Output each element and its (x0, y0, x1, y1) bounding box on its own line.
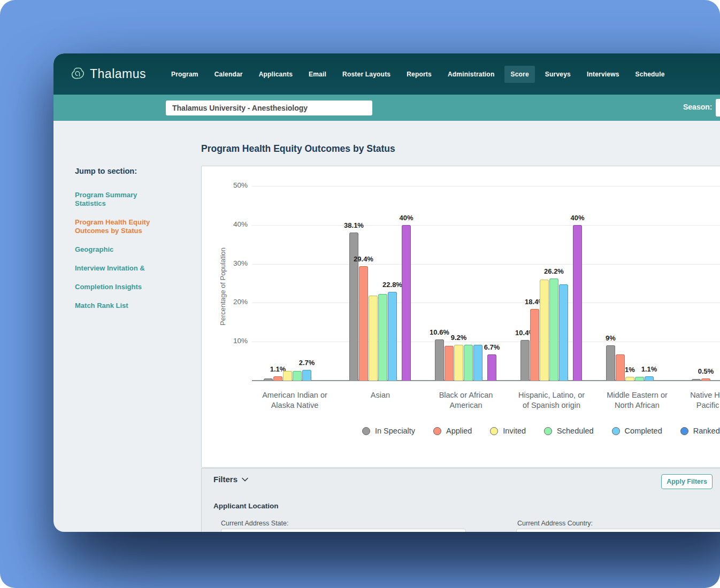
sidebar-heading: Jump to section: (75, 167, 185, 175)
bar-completed[interactable]: 2.7% (302, 370, 311, 381)
background-frame: Thalamus ProgramCalendarApplicantsEmailR… (0, 0, 720, 588)
bar-value-label: 10.6% (430, 328, 449, 336)
bar-value-label: 9.2% (451, 334, 467, 342)
bar-in-specialty[interactable]: 9% (606, 345, 615, 381)
nav-item-score[interactable]: Score (504, 66, 534, 83)
bar-value-label: 40% (399, 214, 413, 222)
address-state-label: Current Address State: (221, 520, 288, 527)
apply-filters-button[interactable]: Apply Filters (661, 474, 713, 489)
nav-item-roster-layouts[interactable]: Roster Layouts (336, 66, 396, 83)
legend-dot (612, 427, 620, 435)
bar-scheduled[interactable] (378, 294, 387, 381)
address-country-label: Current Address Country: (517, 520, 593, 527)
bar-purple[interactable]: 40% (573, 225, 582, 381)
legend-label: Ranked (693, 427, 720, 435)
address-country-input[interactable] (516, 529, 720, 532)
nav-item-program[interactable]: Program (165, 66, 204, 83)
nav-item-calendar[interactable]: Calendar (209, 66, 249, 83)
filters-title-text: Filters (213, 475, 238, 484)
bar-value-label: 29.4% (354, 255, 373, 263)
thalamus-logo-icon (70, 65, 86, 83)
bar-scheduled[interactable]: 26.2% (549, 278, 558, 381)
sidebar-item-interview-invitation-[interactable]: Interview Invitation & (75, 264, 168, 273)
bar-group-1: 38.1%29.4%22.8%40% (338, 225, 423, 381)
bar-in-specialty[interactable] (692, 379, 701, 381)
legend-item-completed[interactable]: Completed (612, 427, 662, 435)
page-title: Program Health Equity Outcomes by Status (201, 143, 395, 154)
program-search-input[interactable] (166, 100, 372, 115)
bar-value-label: 6.7% (484, 343, 500, 351)
nav-item-schedule[interactable]: Schedule (630, 66, 671, 83)
category-label: Black or AfricanAmerican (420, 390, 511, 411)
legend-dot (680, 427, 688, 435)
category-label: American Indian orAlaska Native (249, 390, 340, 411)
bar-applied[interactable] (616, 354, 625, 381)
nav-item-applicants[interactable]: Applicants (253, 66, 298, 83)
filters-toggle[interactable]: Filters (213, 475, 248, 484)
legend-item-ranked[interactable]: Ranked (680, 427, 720, 435)
sidebar-item-program-health-equity-outcomes-by-status[interactable]: Program Health Equity Outcomes by Status (75, 218, 168, 235)
bar-scheduled[interactable] (464, 345, 473, 381)
filters-panel: Filters Apply Filters Applicant Location… (201, 468, 720, 532)
bar-value-label: 38.1% (344, 221, 364, 229)
legend-item-invited[interactable]: Invited (490, 427, 526, 435)
bar-value-label: 9% (606, 334, 616, 342)
sidebar-item-geographic[interactable]: Geographic (75, 245, 168, 254)
brand-name: Thalamus (90, 67, 146, 81)
address-state-input[interactable] (221, 529, 466, 532)
app-window: Thalamus ProgramCalendarApplicantsEmailR… (53, 53, 720, 532)
brand[interactable]: Thalamus (70, 65, 146, 83)
bar-scheduled[interactable] (293, 371, 302, 381)
bar-in-specialty[interactable]: 10.6% (435, 339, 444, 381)
legend-label: Scheduled (557, 427, 594, 435)
bar-applied[interactable] (445, 346, 454, 381)
bar-in-specialty[interactable]: 10.4% (520, 340, 530, 381)
bar-group-5: 0.5% (680, 378, 720, 381)
legend-dot (544, 427, 552, 435)
bar-scheduled[interactable] (635, 377, 644, 381)
bar-invited[interactable] (283, 371, 292, 381)
top-navbar: Thalamus ProgramCalendarApplicantsEmailR… (53, 53, 720, 95)
season-select[interactable] (716, 99, 720, 117)
bar-applied[interactable]: 0.5% (701, 378, 710, 381)
nav-items: ProgramCalendarApplicantsEmailRoster Lay… (165, 66, 671, 83)
chart-card: Percentage of Population 10%20%30%40%50%… (201, 166, 720, 468)
legend-item-applied[interactable]: Applied (433, 427, 472, 435)
legend-dot (433, 427, 441, 435)
bar-value-label: 2.7% (299, 359, 315, 367)
chart-legend: In SpecialtyAppliedInvitedScheduledCompl… (362, 427, 720, 435)
bar-invited[interactable] (540, 280, 549, 381)
bar-completed[interactable]: 22.8% (388, 292, 397, 381)
sidebar-links: Program Summary StatisticsProgram Health… (75, 191, 185, 310)
bar-invited[interactable]: 9.2% (454, 345, 463, 381)
bar-chart: Percentage of Population 10%20%30%40%50%… (202, 166, 720, 467)
sidebar-item-match-rank-list[interactable]: Match Rank List (75, 301, 168, 310)
bar-in-specialty[interactable] (264, 378, 273, 381)
legend-label: Applied (446, 427, 472, 435)
bar-invited[interactable]: 1% (625, 377, 634, 381)
nav-item-interviews[interactable]: Interviews (581, 66, 625, 83)
bar-invited[interactable] (369, 296, 378, 381)
legend-item-scheduled[interactable]: Scheduled (544, 427, 594, 435)
legend-label: Invited (503, 427, 526, 435)
bar-group-4: 9%1%1.1% (594, 345, 680, 381)
nav-item-reports[interactable]: Reports (401, 66, 438, 83)
nav-item-email[interactable]: Email (303, 66, 332, 83)
sidebar-item-completion-insights[interactable]: Completion Insights (75, 283, 168, 291)
bar-purple[interactable]: 6.7% (487, 354, 496, 381)
legend-dot (362, 427, 370, 435)
bar-applied[interactable]: 29.4% (359, 266, 368, 381)
bar-completed[interactable] (559, 284, 568, 381)
bar-value-label: 1.1% (641, 365, 657, 373)
legend-item-in-specialty[interactable]: In Specialty (362, 427, 415, 435)
bar-value-label: 26.2% (544, 267, 564, 275)
bar-completed[interactable] (473, 345, 482, 381)
nav-item-surveys[interactable]: Surveys (539, 66, 577, 83)
bar-purple[interactable]: 40% (402, 225, 411, 381)
sidebar-item-program-summary-statistics[interactable]: Program Summary Statistics (75, 191, 168, 208)
bar-applied[interactable]: 1.1% (273, 376, 282, 381)
bar-completed[interactable]: 1.1% (645, 376, 654, 381)
nav-item-administration[interactable]: Administration (442, 66, 500, 83)
bar-applied[interactable]: 18.4% (530, 309, 539, 381)
plot-area: 1.1%2.7%38.1%29.4%22.8%40%10.6%9.2%6.7%1… (202, 186, 720, 381)
